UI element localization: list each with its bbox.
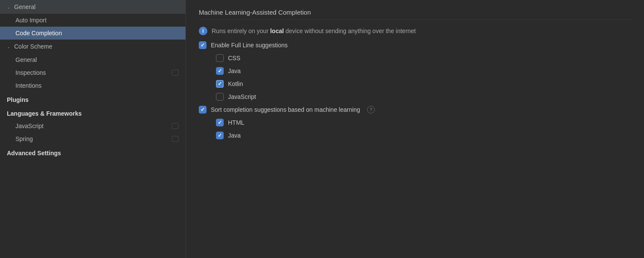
checkbox-java1: ✓ Java — [216, 67, 631, 75]
sidebar-item-languages[interactable]: Languages & Frameworks — [0, 106, 185, 120]
checkbox-javascript-lang: JavaScript — [216, 93, 631, 101]
info-text-bold: local — [270, 28, 284, 34]
checkmark-icon: ✓ — [218, 133, 222, 138]
info-text: Runs entirely on your local device witho… — [212, 28, 416, 34]
checkbox-java1-input[interactable]: ✓ — [216, 67, 224, 75]
checkbox-label: HTML — [228, 119, 244, 126]
sidebar-badge-spring — [172, 136, 179, 142]
help-icon[interactable]: ? — [367, 106, 375, 114]
info-icon: i — [199, 27, 207, 35]
sidebar-item-label: Intentions — [15, 82, 42, 89]
section-title: Machine Learning-Assisted Completion — [199, 9, 631, 20]
sidebar-item-label: Code Completion — [15, 30, 62, 37]
checkbox-label: Sort completion suggestions based on mac… — [211, 106, 360, 113]
sidebar-item-label: Plugins — [7, 96, 29, 103]
sidebar-item-general[interactable]: ⌄ General — [0, 0, 185, 14]
main-content: Machine Learning-Assisted Completion i R… — [186, 0, 644, 258]
badge-icon — [172, 136, 179, 142]
info-row: i Runs entirely on your local device wit… — [199, 27, 631, 35]
checkbox-java2: ✓ Java — [216, 132, 631, 139]
sidebar-item-label: General — [15, 56, 37, 63]
sidebar-item-color-general[interactable]: General — [0, 53, 185, 66]
sidebar-badge-javascript — [172, 123, 179, 129]
checkbox-label: Kotlin — [228, 80, 243, 87]
checkmark-icon: ✓ — [218, 68, 222, 74]
sidebar-item-spring[interactable]: Spring — [0, 132, 185, 145]
chevron-down-icon: ⌄ — [7, 44, 10, 49]
checkbox-html-input[interactable]: ✓ — [216, 119, 224, 126]
checkbox-html: ✓ HTML — [216, 119, 631, 126]
badge-icon — [172, 70, 179, 76]
sidebar-badge-inspections — [172, 70, 179, 76]
sidebar-item-label: Color Scheme — [14, 43, 52, 50]
sidebar-item-label: Spring — [15, 135, 33, 142]
checkbox-kotlin: ✓ Kotlin — [216, 80, 631, 88]
sidebar-item-label: Auto Import — [15, 17, 46, 24]
sidebar-item-intentions[interactable]: Intentions — [0, 79, 185, 92]
sidebar-item-auto-import[interactable]: Auto Import — [0, 14, 185, 27]
checkbox-java2-input[interactable]: ✓ — [216, 132, 224, 139]
sidebar-item-plugins[interactable]: Plugins — [0, 92, 185, 106]
checkbox-sort-ml-input[interactable]: ✓ — [199, 106, 207, 114]
sidebar-item-label: JavaScript — [15, 123, 43, 129]
checkbox-label: JavaScript — [228, 93, 256, 100]
checkbox-enable-full-line: ✓ Enable Full Line suggestions — [199, 41, 631, 49]
badge-icon — [172, 123, 179, 129]
sidebar-item-advanced[interactable]: Advanced Settings — [0, 145, 185, 159]
checkbox-label: CSS — [228, 55, 240, 61]
checkmark-icon: ✓ — [200, 107, 205, 112]
checkbox-javascript-input[interactable] — [216, 93, 224, 101]
checkbox-css: CSS — [216, 54, 631, 62]
sidebar-item-color-scheme[interactable]: ⌄ Color Scheme — [0, 40, 185, 53]
sidebar-item-code-completion[interactable]: Code Completion — [0, 27, 185, 40]
checkmark-icon: ✓ — [218, 120, 222, 125]
sidebar-item-label: General — [14, 3, 36, 10]
info-text-pre: Runs entirely on your — [212, 28, 270, 34]
sidebar: ⌄ General Auto Import Code Completion ⌄ … — [0, 0, 186, 258]
checkbox-label: Enable Full Line suggestions — [211, 42, 288, 49]
info-i-label: i — [202, 28, 204, 34]
sidebar-item-label: Advanced Settings — [7, 150, 61, 157]
checkbox-sort-ml: ✓ Sort completion suggestions based on m… — [199, 106, 631, 114]
checkbox-kotlin-input[interactable]: ✓ — [216, 80, 224, 88]
sidebar-item-label: Languages & Frameworks — [7, 110, 82, 117]
checkmark-icon: ✓ — [218, 81, 222, 86]
checkbox-label: Java — [228, 132, 241, 139]
checkbox-label: Java — [228, 68, 241, 74]
sidebar-item-label: Inspections — [15, 69, 46, 76]
help-q-label: ? — [370, 107, 372, 112]
sidebar-item-inspections[interactable]: Inspections — [0, 66, 185, 79]
checkmark-icon: ✓ — [200, 43, 205, 48]
checkbox-css-input[interactable] — [216, 54, 224, 62]
chevron-down-icon: ⌄ — [7, 5, 10, 9]
checkbox-enable-full-line-input[interactable]: ✓ — [199, 41, 207, 49]
info-text-post: device without sending anything over the… — [284, 28, 416, 34]
sidebar-item-javascript[interactable]: JavaScript — [0, 120, 185, 132]
